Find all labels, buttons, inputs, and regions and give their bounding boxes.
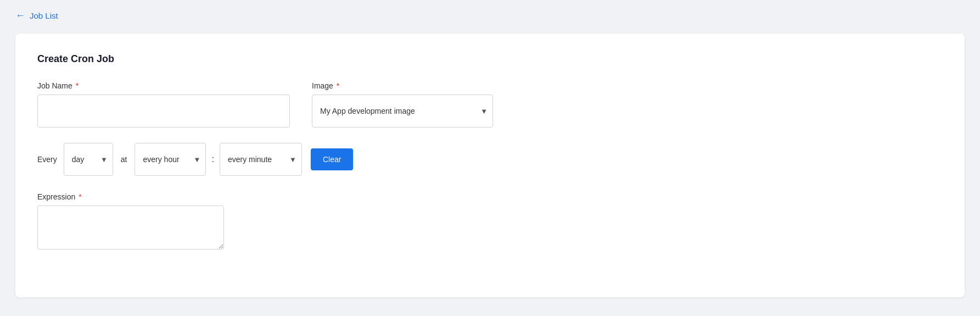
card-title: Create Cron Job: [37, 53, 943, 65]
image-select[interactable]: My App development image Other image: [312, 95, 493, 127]
schedule-row: Every day week month ▼ at every hour 1 2…: [37, 143, 943, 176]
hour-select-wrapper: every hour 1 2 ▼: [135, 143, 206, 176]
colon-separator: :: [211, 154, 214, 164]
day-select-wrapper: day week month ▼: [64, 143, 113, 176]
day-select[interactable]: day week month: [64, 143, 113, 176]
clear-button[interactable]: Clear: [311, 148, 353, 170]
back-link-label: Job List: [30, 11, 58, 20]
top-navigation: ← Job List: [0, 0, 980, 31]
every-label: Every: [37, 155, 57, 164]
at-label: at: [121, 155, 127, 164]
expression-required-star: *: [76, 192, 81, 201]
image-label: Image *: [312, 81, 493, 90]
job-name-label: Job Name *: [37, 81, 290, 90]
form-row-name-image: Job Name * Image * My App development im…: [37, 81, 943, 127]
back-arrow-icon: ←: [15, 10, 25, 21]
job-name-input[interactable]: [37, 95, 290, 127]
job-name-group: Job Name *: [37, 81, 290, 127]
image-select-wrapper: My App development image Other image ▼: [312, 95, 493, 127]
image-group: Image * My App development image Other i…: [312, 81, 493, 127]
minute-select-wrapper: every minute 0 15 30 45 ▼: [220, 143, 302, 176]
back-link[interactable]: ← Job List: [15, 10, 58, 21]
expression-group: Expression *: [37, 192, 943, 250]
image-required-star: *: [334, 81, 339, 90]
expression-label: Expression *: [37, 192, 943, 201]
minute-select[interactable]: every minute 0 15 30 45: [220, 143, 302, 176]
hour-select[interactable]: every hour 1 2: [135, 143, 206, 176]
job-name-required-star: *: [74, 81, 79, 90]
expression-textarea[interactable]: [37, 206, 224, 250]
create-cron-job-card: Create Cron Job Job Name * Image * My Ap…: [15, 34, 965, 297]
